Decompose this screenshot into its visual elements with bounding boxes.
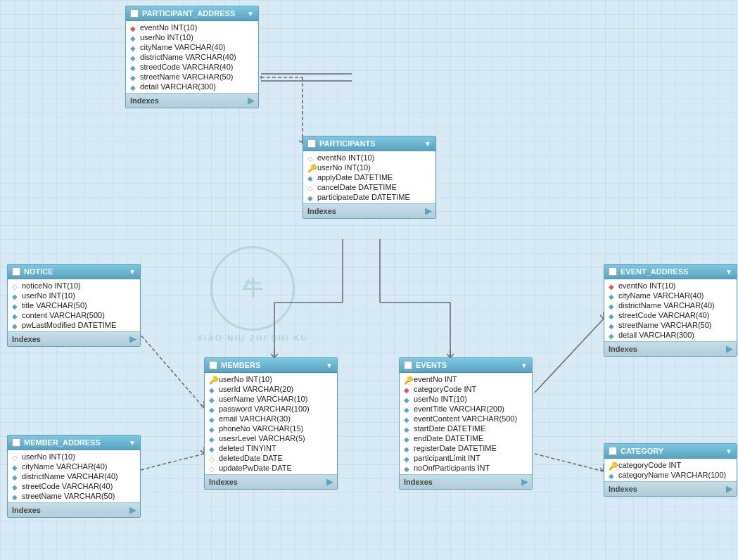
table-dropdown-participants[interactable]: ▼ — [424, 140, 431, 148]
table-title-notice: NOTICE — [24, 267, 53, 276]
table-footer-events[interactable]: Indexes ▶ — [400, 474, 532, 489]
table-footer-category[interactable]: Indexes ▶ — [604, 481, 737, 496]
table-row: ◆ categoryCode INT — [400, 384, 532, 394]
indexes-arrow-category[interactable]: ▶ — [726, 484, 732, 494]
indexes-arrow-notice[interactable]: ▶ — [129, 334, 136, 344]
table-row: ◆ startDate DATETIME — [400, 424, 532, 433]
field-name-participants-2: applyDate DATETIME — [317, 173, 393, 182]
field-icon-event_address-1: ◆ — [609, 292, 616, 299]
watermark: 牛 XIAO NIU ZHI SHI KU — [197, 246, 308, 343]
table-row: ◆ endDate DATETIME — [400, 433, 532, 443]
table-header-event_address[interactable]: EVENT_ADDRESS ▼ — [604, 265, 737, 279]
table-dropdown-members[interactable]: ▼ — [326, 362, 333, 369]
indexes-arrow-event_address[interactable]: ▶ — [726, 344, 732, 354]
field-name-member_address-0: userNo INT(10) — [22, 452, 75, 461]
table-dropdown-events[interactable]: ▼ — [521, 362, 528, 369]
indexes-label-notice: Indexes — [12, 335, 41, 343]
field-name-notice-4: pwLastModified DATETIME — [22, 321, 116, 329]
table-row: ◆ cityName VARCHAR(40) — [126, 42, 258, 52]
field-name-participant_address-6: detail VARCHAR(300) — [140, 82, 216, 91]
field-name-members-6: usesrLevel VARCHAR(5) — [219, 434, 305, 443]
table-dropdown-event_address[interactable]: ▼ — [725, 268, 732, 276]
field-name-category-0: categoryCode INT — [618, 461, 681, 469]
field-icon-category-1: ◆ — [609, 471, 616, 478]
field-icon-members-2: ◆ — [209, 395, 216, 402]
table-footer-event_address[interactable]: Indexes ▶ — [604, 341, 737, 356]
field-name-member_address-1: cityName VARCHAR(40) — [22, 462, 107, 471]
table-row: ◆ password VARCHAR(100) — [205, 404, 337, 414]
field-icon-participant_address-6: ◆ — [130, 83, 137, 90]
table-footer-members[interactable]: Indexes ▶ — [205, 474, 337, 489]
table-header-member_address[interactable]: MEMBER_ADDRESS ▼ — [8, 435, 140, 450]
watermark-text: XIAO NIU ZHI SHI KU — [197, 333, 308, 343]
field-icon-participants-0: ◇ — [307, 154, 314, 161]
field-name-events-3: eventTitle VARCHAR(200) — [414, 405, 504, 413]
table-icon-category — [609, 447, 617, 455]
field-icon-events-6: ◆ — [404, 435, 411, 442]
table-body-participant_address: ◆ eventNo INT(10) ◆ userNo INT(10) ◆ cit… — [126, 21, 258, 93]
indexes-arrow-members[interactable]: ▶ — [326, 477, 333, 487]
field-name-events-1: categoryCode INT — [414, 385, 476, 393]
indexes-arrow-events[interactable]: ▶ — [521, 477, 528, 487]
indexes-arrow-participants[interactable]: ▶ — [425, 206, 431, 216]
table-footer-participants[interactable]: Indexes ▶ — [303, 203, 435, 218]
table-header-notice[interactable]: NOTICE ▼ — [8, 265, 140, 279]
table-row: ◆ cityName VARCHAR(40) — [8, 462, 140, 471]
field-icon-events-2: ◆ — [404, 395, 411, 402]
table-dropdown-participant_address[interactable]: ▼ — [247, 10, 254, 18]
indexes-arrow-participant_address[interactable]: ▶ — [248, 96, 254, 106]
table-dropdown-notice[interactable]: ▼ — [129, 268, 136, 276]
table-row: ◇ userNo INT(10) — [8, 452, 140, 462]
indexes-label-members: Indexes — [209, 478, 238, 486]
table-dropdown-category[interactable]: ▼ — [725, 447, 732, 455]
table-participants: PARTICIPANTS ▼ ◇ eventNo INT(10) 🔑 userN… — [303, 136, 436, 219]
field-name-events-8: participantLimit INT — [414, 454, 481, 462]
table-footer-participant_address[interactable]: Indexes ▶ — [126, 93, 258, 108]
field-icon-event_address-3: ◆ — [609, 312, 616, 319]
field-name-members-3: password VARCHAR(100) — [219, 405, 310, 413]
field-name-event_address-4: streetName VARCHAR(50) — [618, 321, 711, 329]
field-icon-participant_address-2: ◆ — [130, 44, 137, 51]
table-dropdown-member_address[interactable]: ▼ — [129, 439, 136, 447]
field-name-events-9: noOnfParticipants INT — [414, 464, 490, 472]
field-name-notice-0: noticeNo INT(10) — [22, 281, 81, 290]
table-row: ◇ updatePwDate DATE — [205, 463, 337, 473]
table-member_address: MEMBER_ADDRESS ▼ ◇ userNo INT(10) ◆ city… — [7, 435, 141, 518]
table-members: MEMBERS ▼ 🔑 userNo INT(10) ◆ userId VARC… — [204, 357, 338, 490]
indexes-arrow-member_address[interactable]: ▶ — [129, 505, 136, 515]
field-icon-members-0: 🔑 — [209, 376, 216, 383]
field-name-category-1: categoryName VARCHAR(100) — [618, 471, 726, 479]
field-icon-events-7: ◆ — [404, 445, 411, 452]
field-icon-members-9: ◇ — [209, 464, 216, 471]
table-footer-notice[interactable]: Indexes ▶ — [8, 331, 140, 346]
field-name-member_address-3: streetCode VARCHAR(40) — [22, 482, 113, 490]
field-name-event_address-5: detail VARCHAR(300) — [618, 331, 694, 339]
table-header-participants[interactable]: PARTICIPANTS ▼ — [303, 136, 435, 151]
field-name-participant_address-1: userNo INT(10) — [140, 33, 193, 42]
table-row: 🔑 userNo INT(10) — [303, 163, 435, 172]
table-icon-member_address — [12, 438, 20, 447]
table-row: ◆ email VARCHAR(30) — [205, 414, 337, 424]
table-footer-member_address[interactable]: Indexes ▶ — [8, 502, 140, 517]
field-icon-participants-4: ◆ — [307, 193, 314, 201]
svg-line-23 — [535, 319, 604, 393]
table-title-participant_address: PARTICIPANT_ADDRESS — [142, 9, 235, 18]
field-icon-events-1: ◆ — [404, 386, 411, 393]
table-header-events[interactable]: EVENTS ▼ — [400, 358, 532, 373]
table-header-participant_address[interactable]: PARTICIPANT_ADDRESS ▼ — [126, 6, 258, 21]
table-header-category[interactable]: CATEGORY ▼ — [604, 444, 737, 459]
table-header-members[interactable]: MEMBERS ▼ — [205, 358, 337, 373]
field-icon-member_address-4: ◆ — [12, 492, 19, 499]
field-icon-participant_address-5: ◆ — [130, 73, 137, 80]
table-row: ◆ registerDate DATETIME — [400, 443, 532, 453]
field-name-notice-2: title VARCHAR(50) — [22, 301, 87, 310]
field-icon-participant_address-1: ◆ — [130, 34, 137, 41]
field-name-participants-3: cancelDate DATETIME — [317, 183, 397, 191]
table-row: ◆ streetCode VARCHAR(40) — [604, 310, 737, 320]
field-icon-participant_address-4: ◆ — [130, 63, 137, 70]
field-name-notice-3: content VARCHAR(500) — [22, 311, 105, 319]
table-participant_address: PARTICIPANT_ADDRESS ▼ ◆ eventNo INT(10) … — [125, 6, 259, 108]
field-icon-member_address-2: ◆ — [12, 473, 19, 480]
field-icon-participant_address-3: ◆ — [130, 53, 137, 61]
table-events: EVENTS ▼ 🔑 eventNo INT ◆ categoryCode IN… — [399, 357, 533, 490]
